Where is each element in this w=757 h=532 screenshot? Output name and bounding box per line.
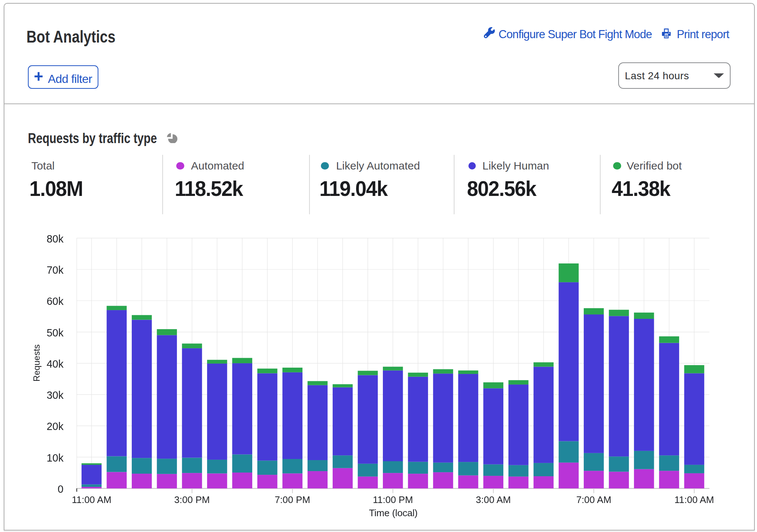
svg-text:60k: 60k <box>47 295 64 307</box>
svg-text:10k: 10k <box>47 452 64 464</box>
svg-text:Requests: Requests <box>32 345 41 382</box>
svg-text:80k: 80k <box>47 233 64 245</box>
svg-text:7:00 AM: 7:00 AM <box>576 494 611 505</box>
svg-text:11:00 PM: 11:00 PM <box>373 494 413 505</box>
svg-text:3:00 AM: 3:00 AM <box>476 494 511 505</box>
svg-text:30k: 30k <box>47 389 64 401</box>
svg-text:11:00 AM: 11:00 AM <box>674 494 714 505</box>
svg-text:7:00 PM: 7:00 PM <box>275 494 310 505</box>
svg-text:11:00 AM: 11:00 AM <box>72 494 111 505</box>
svg-text:20k: 20k <box>47 420 64 432</box>
svg-text:70k: 70k <box>47 264 64 276</box>
svg-text:40k: 40k <box>47 358 64 370</box>
svg-text:3:00 PM: 3:00 PM <box>174 494 210 505</box>
svg-text:Time (local): Time (local) <box>369 507 417 518</box>
svg-text:0: 0 <box>58 483 64 495</box>
svg-text:50k: 50k <box>47 327 64 339</box>
